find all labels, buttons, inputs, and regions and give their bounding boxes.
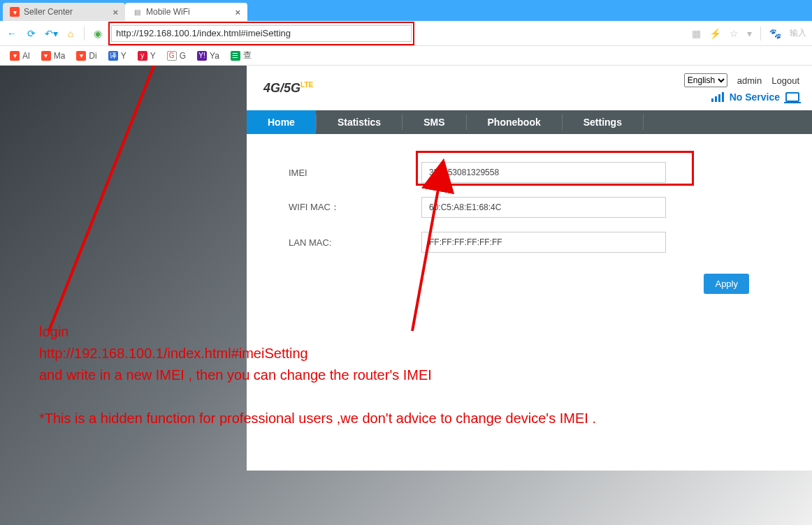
bookmark-icon: ☰ <box>231 51 240 61</box>
undo-icon[interactable]: ↶▾ <box>45 27 57 40</box>
apply-button[interactable]: Apply <box>704 274 749 294</box>
bookmark-icon: G <box>167 51 177 61</box>
close-icon[interactable]: × <box>113 7 118 17</box>
nav-label: Home <box>268 117 295 128</box>
service-status: No Service <box>730 91 780 103</box>
bookmark[interactable]: 译Y <box>108 51 126 61</box>
signal-icon <box>711 92 724 102</box>
bookmark-label: G <box>180 51 186 61</box>
address-bar[interactable] <box>111 25 412 42</box>
browser-tab[interactable]: ▤ Mobile WiFi × <box>125 3 247 21</box>
imei-label: IMEI <box>289 168 421 178</box>
back-icon[interactable]: ← <box>6 27 18 40</box>
bookmark[interactable]: yY <box>138 51 156 61</box>
home-icon[interactable]: ⌂ <box>64 27 77 40</box>
tab-title: Seller Center <box>24 7 73 17</box>
favicon-icon: ▤ <box>132 7 142 17</box>
page-viewport: 4G/5GLTE English admin Logout No Service… <box>0 66 812 525</box>
bookmark-label: Di <box>89 51 96 61</box>
reload-icon[interactable]: ⟳ <box>25 27 38 40</box>
chevron-down-icon[interactable]: ▾ <box>747 28 752 39</box>
header-right: English admin Logout No Service <box>684 73 799 103</box>
tab-title: Mobile WiFi <box>146 7 190 17</box>
close-icon[interactable]: × <box>235 7 240 17</box>
bolt-icon[interactable]: ⚡ <box>709 28 721 39</box>
divider <box>760 27 761 40</box>
bookmark-icon: ▾ <box>41 51 51 61</box>
bookmarks-bar: ▾Al ▾Ma ▾Di 译Y yY GG Y!Ya ☰查 <box>0 46 812 66</box>
address-bar-wrap <box>111 25 412 42</box>
annotation-text: login http://192.168.100.1/index.html#im… <box>39 321 596 429</box>
bookmark-label: Al <box>22 51 30 61</box>
nav-statistics[interactable]: Statistics <box>317 110 402 134</box>
bookmark-label: 查 <box>243 50 252 61</box>
bookmark-icon: ▾ <box>76 51 86 61</box>
lanmac-label: LAN MAC: <box>289 237 421 248</box>
router-logo: 4G/5GLTE <box>263 81 313 96</box>
bookmark[interactable]: ▾Di <box>76 51 96 61</box>
nav-label: Statistics <box>338 117 381 128</box>
favicon-icon: ▾ <box>10 7 20 17</box>
bookmark[interactable]: ▾Al <box>10 51 30 61</box>
router-nav: Home Statistics SMS Phonebook Settings <box>247 110 812 134</box>
bookmark-label: Ma <box>54 51 66 61</box>
user-label: admin <box>737 75 762 86</box>
header-row-2: No Service <box>711 91 799 103</box>
nav-sms[interactable]: SMS <box>403 110 465 134</box>
svg-line-0 <box>49 66 162 331</box>
nav-label: Phonebook <box>488 117 541 128</box>
form-row-lanmac: LAN MAC: <box>289 232 770 253</box>
logo-text: 4G/5G <box>263 81 300 95</box>
wifimac-label: WIFI MAC： <box>289 201 421 214</box>
router-header: 4G/5GLTE English admin Logout No Service <box>247 66 812 110</box>
bookmark-label: Y <box>150 51 156 61</box>
nav-phonebook[interactable]: Phonebook <box>467 110 562 134</box>
nav-label: Settings <box>583 117 622 128</box>
language-select[interactable]: English <box>684 73 727 87</box>
header-row-1: English admin Logout <box>684 73 799 87</box>
laptop-icon <box>785 92 799 102</box>
wifimac-input[interactable] <box>421 197 666 218</box>
bookmark-icon: Y! <box>197 51 207 61</box>
logo-sup: LTE <box>300 81 313 89</box>
bookmark-icon: ▾ <box>10 51 20 61</box>
nav-label: SMS <box>423 117 444 128</box>
browser-tab-strip: ▾ Seller Center × ▤ Mobile WiFi × <box>0 0 812 21</box>
nav-settings[interactable]: Settings <box>563 110 643 134</box>
bookmark-icon: y <box>138 51 147 61</box>
bookmark-icon: 译 <box>108 51 118 61</box>
paw-icon[interactable]: 🐾 <box>769 28 781 39</box>
browser-tab[interactable]: ▾ Seller Center × <box>3 3 125 21</box>
qr-icon[interactable]: ▦ <box>692 28 701 39</box>
bookmark-label: Y <box>121 51 126 61</box>
bookmark[interactable]: ▾Ma <box>41 51 66 61</box>
lanmac-input[interactable] <box>421 232 666 253</box>
star-icon[interactable]: ☆ <box>730 28 739 39</box>
apply-row: Apply <box>289 267 770 294</box>
bookmark[interactable]: Y!Ya <box>197 51 219 61</box>
logout-link[interactable]: Logout <box>771 75 799 86</box>
bookmark[interactable]: GG <box>167 51 186 61</box>
search-hint[interactable]: 输入 <box>790 27 806 39</box>
shield-icon[interactable]: ◉ <box>92 27 104 40</box>
form-row-wifimac: WIFI MAC： <box>289 197 770 218</box>
nav-home[interactable]: Home <box>247 110 316 134</box>
bookmark[interactable]: ☰查 <box>231 50 252 61</box>
browser-toolbar: ← ⟳ ↶▾ ⌂ ◉ ▦ ⚡ ☆ ▾ 🐾 输入 <box>0 21 812 46</box>
divider <box>84 27 85 40</box>
toolbar-right: ▦ ⚡ ☆ ▾ 🐾 输入 <box>692 27 806 40</box>
annotation-box <box>416 151 694 186</box>
bookmark-label: Ya <box>210 51 219 61</box>
